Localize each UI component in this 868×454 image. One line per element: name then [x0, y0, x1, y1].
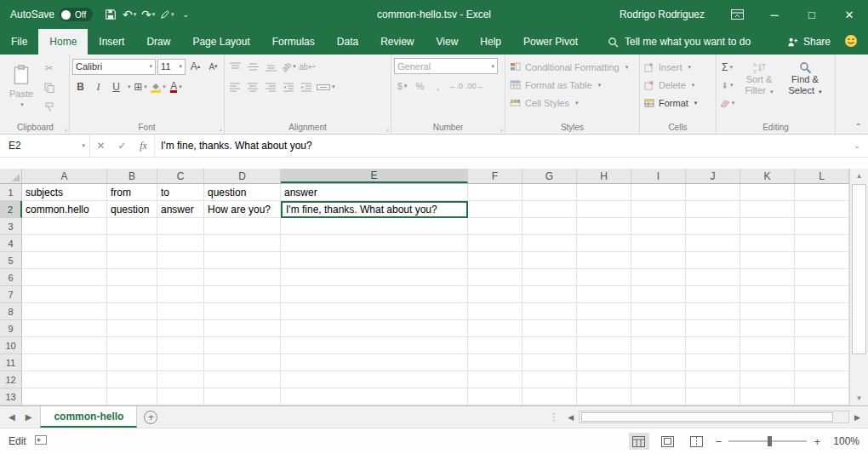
cell-L12[interactable]: [795, 371, 849, 388]
cell-H4[interactable]: [577, 235, 631, 252]
cell-C9[interactable]: [157, 320, 204, 337]
insert-cells-button[interactable]: Insert▾: [642, 58, 713, 76]
collapse-ribbon-button[interactable]: ⌃: [855, 122, 862, 131]
number-format-select[interactable]: General▾: [394, 58, 498, 74]
cell-C6[interactable]: [157, 269, 204, 286]
cell-B7[interactable]: [107, 286, 157, 303]
column-header-L[interactable]: L: [795, 169, 849, 183]
cell-D5[interactable]: [204, 252, 281, 269]
cell-B9[interactable]: [107, 320, 157, 337]
name-box[interactable]: E2 ▾: [0, 135, 90, 157]
cell-H6[interactable]: [577, 269, 631, 286]
cell-I13[interactable]: [631, 388, 686, 405]
cell-E3[interactable]: [281, 218, 468, 235]
autosave-toggle[interactable]: AutoSave Off: [0, 8, 101, 21]
cell-G11[interactable]: [523, 354, 577, 371]
cell-B10[interactable]: [107, 337, 157, 354]
cell-D7[interactable]: [204, 286, 281, 303]
cell-G2[interactable]: [523, 201, 577, 218]
cell-G9[interactable]: [523, 320, 577, 337]
decrease-indent-button[interactable]: [281, 78, 297, 95]
alignment-dialog-launcher[interactable]: ⌟: [385, 124, 389, 132]
cell-K13[interactable]: [740, 388, 795, 405]
cell-E2[interactable]: I'm fine, thanks. What about you?: [281, 201, 468, 218]
cell-D11[interactable]: [204, 354, 281, 371]
column-header-I[interactable]: I: [631, 169, 686, 183]
cell-B5[interactable]: [107, 252, 157, 269]
cell-E8[interactable]: [281, 303, 468, 320]
cell-D2[interactable]: How are you?: [204, 201, 281, 218]
cell-F3[interactable]: [468, 218, 523, 235]
cell-K9[interactable]: [740, 320, 795, 337]
cell-G12[interactable]: [523, 371, 577, 388]
cancel-entry-button[interactable]: ✕: [90, 135, 111, 157]
cell-J9[interactable]: [686, 320, 740, 337]
cell-H1[interactable]: [577, 184, 631, 201]
column-header-H[interactable]: H: [577, 169, 631, 183]
cell-A8[interactable]: [22, 303, 107, 320]
cell-K7[interactable]: [740, 286, 795, 303]
cell-J5[interactable]: [686, 252, 740, 269]
ribbon-tab-view[interactable]: View: [425, 29, 470, 55]
cell-L3[interactable]: [795, 218, 849, 235]
cell-F12[interactable]: [468, 371, 523, 388]
fill-button[interactable]: ⬇▾: [719, 77, 735, 94]
cell-E7[interactable]: [281, 286, 468, 303]
cell-A10[interactable]: [22, 337, 107, 354]
cell-I4[interactable]: [631, 235, 686, 252]
quick-access-customize-button[interactable]: ▾: [157, 3, 176, 26]
copy-button[interactable]: [41, 79, 57, 96]
cell-G5[interactable]: [523, 252, 577, 269]
page-layout-view-button[interactable]: [658, 433, 678, 450]
wrap-text-button[interactable]: ab↩: [299, 58, 316, 75]
cell-H11[interactable]: [577, 354, 631, 371]
cell-B12[interactable]: [107, 371, 157, 388]
cell-I8[interactable]: [631, 303, 686, 320]
cell-K5[interactable]: [740, 252, 795, 269]
cell-K10[interactable]: [740, 337, 795, 354]
cell-A13[interactable]: [22, 388, 107, 405]
cell-H2[interactable]: [577, 201, 631, 218]
orientation-button[interactable]: ab▾: [281, 58, 297, 75]
vertical-scroll-track[interactable]: [850, 183, 868, 391]
hscroll-left-arrow[interactable]: ◀: [565, 413, 576, 422]
cell-H9[interactable]: [577, 320, 631, 337]
cell-L4[interactable]: [795, 235, 849, 252]
cell-H12[interactable]: [577, 371, 631, 388]
cell-K1[interactable]: [740, 184, 795, 201]
vertical-scrollbar[interactable]: ▲ ▼: [849, 169, 868, 405]
cell-I7[interactable]: [631, 286, 686, 303]
cell-H3[interactable]: [577, 218, 631, 235]
cell-D9[interactable]: [204, 320, 281, 337]
cell-L7[interactable]: [795, 286, 849, 303]
comma-style-button[interactable]: ,: [430, 78, 446, 95]
align-middle-button[interactable]: [245, 58, 261, 75]
cell-F11[interactable]: [468, 354, 523, 371]
ribbon-tab-review[interactable]: Review: [369, 29, 425, 55]
ribbon-tab-power-pivot[interactable]: Power Pivot: [512, 29, 589, 55]
cell-C12[interactable]: [157, 371, 204, 388]
macro-record-button[interactable]: [35, 435, 47, 447]
ribbon-tab-file[interactable]: File: [0, 29, 38, 55]
cell-K2[interactable]: [740, 201, 795, 218]
cell-A1[interactable]: subjects: [22, 184, 107, 201]
cell-F9[interactable]: [468, 320, 523, 337]
cell-B6[interactable]: [107, 269, 157, 286]
cell-I5[interactable]: [631, 252, 686, 269]
cell-J6[interactable]: [686, 269, 740, 286]
cell-K4[interactable]: [740, 235, 795, 252]
save-button[interactable]: [101, 3, 120, 26]
cell-C11[interactable]: [157, 354, 204, 371]
cell-C5[interactable]: [157, 252, 204, 269]
ribbon-tab-help[interactable]: Help: [469, 29, 512, 55]
cell-C1[interactable]: to: [157, 184, 204, 201]
cell-L5[interactable]: [795, 252, 849, 269]
cell-E10[interactable]: [281, 337, 468, 354]
cell-G7[interactable]: [523, 286, 577, 303]
zoom-out-button[interactable]: −: [716, 435, 722, 448]
conditional-formatting-button[interactable]: Conditional Formatting▾: [508, 58, 637, 76]
row-header-3[interactable]: 3: [0, 218, 22, 235]
row-header-2[interactable]: 2: [0, 201, 22, 218]
row-header-8[interactable]: 8: [0, 303, 22, 320]
column-header-J[interactable]: J: [686, 169, 740, 183]
